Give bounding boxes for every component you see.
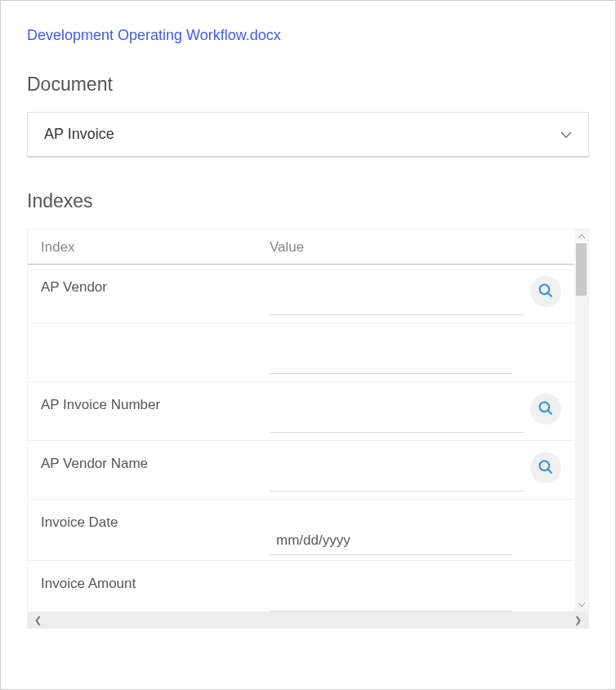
index-value-input[interactable] (270, 462, 524, 492)
index-label (41, 335, 270, 338)
search-icon (538, 459, 554, 478)
file-name-link[interactable]: Development Operating Workflow.docx (27, 27, 589, 44)
index-value-input[interactable] (270, 286, 524, 315)
lookup-button[interactable] (530, 452, 561, 483)
svg-point-2 (540, 402, 550, 412)
search-icon (538, 400, 554, 419)
table-row: Invoice Date (28, 500, 574, 561)
table-row (28, 323, 574, 382)
vertical-scrollbar[interactable] (574, 229, 588, 612)
lookup-button[interactable] (530, 394, 561, 425)
index-label: AP Vendor (41, 276, 270, 296)
column-header-value: Value (270, 239, 561, 256)
horizontal-scrollbar[interactable]: ❮ ❯ (28, 612, 588, 628)
table-row: AP Invoice Number (28, 382, 574, 441)
scroll-thumb[interactable] (576, 243, 587, 296)
index-value-input[interactable] (270, 403, 524, 433)
table-row: AP Vendor (28, 265, 574, 323)
indexes-table-container: Index Value AP Vendor (27, 229, 589, 629)
index-label: Invoice Date (41, 511, 270, 531)
scroll-left-arrow-icon[interactable]: ❮ (33, 615, 43, 625)
svg-line-1 (548, 292, 552, 296)
scroll-down-arrow-icon[interactable] (574, 598, 588, 612)
lookup-button[interactable] (530, 276, 561, 307)
svg-point-4 (540, 461, 550, 470)
document-type-select[interactable]: AP Invoice (27, 112, 589, 158)
document-type-value: AP Invoice (44, 126, 114, 143)
table-row: Invoice Amount (28, 561, 574, 612)
search-icon (538, 283, 554, 301)
document-section-title: Document (27, 73, 589, 96)
svg-line-5 (548, 469, 552, 473)
scroll-track[interactable] (574, 243, 588, 598)
chevron-down-icon (560, 129, 572, 140)
index-value-date-input[interactable] (270, 526, 512, 555)
index-value-input[interactable] (270, 582, 512, 612)
index-label: Invoice Amount (41, 572, 270, 592)
indexes-table-header: Index Value (28, 229, 574, 265)
indexes-section-title: Indexes (27, 190, 589, 212)
table-row: AP Vendor Name (28, 441, 574, 500)
column-header-index: Index (41, 239, 270, 256)
scroll-right-arrow-icon[interactable]: ❯ (573, 615, 583, 625)
index-label: AP Vendor Name (41, 452, 270, 472)
svg-point-0 (540, 284, 550, 294)
index-label: AP Invoice Number (41, 394, 270, 413)
scroll-up-arrow-icon[interactable] (574, 229, 588, 243)
svg-line-3 (548, 410, 552, 414)
index-value-input[interactable] (270, 345, 512, 374)
